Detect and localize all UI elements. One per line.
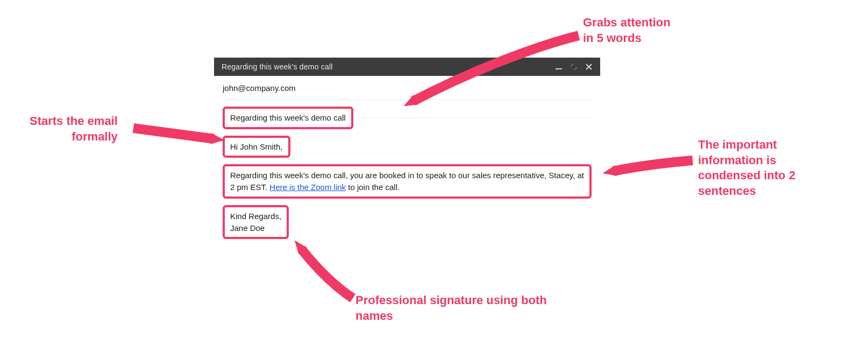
annotation-signature-l1: Professional signature using both: [355, 293, 547, 308]
zoom-link[interactable]: Here is the Zoom link: [269, 182, 346, 192]
annotation-attention: Grabs attention in 5 words: [583, 15, 671, 46]
annotation-formal-l1: Starts the email: [30, 114, 118, 129]
signature-block: Kind Regards, Jane Doe: [223, 205, 289, 240]
compose-title: Regarding this week's demo call: [222, 62, 547, 71]
annotation-condensed-l2: information is: [698, 153, 795, 169]
compose-body: john@company.com Regarding this week's d…: [214, 76, 600, 248]
annotation-condensed-l4: sentences: [698, 184, 795, 199]
diagram-stage: Regarding this week's demo call john@com…: [0, 0, 868, 337]
subject-row: Regarding this week's demo call: [223, 107, 592, 129]
signature-line-2: Jane Doe: [230, 222, 281, 234]
arrow-formal: [133, 128, 214, 139]
body-after-link: to join the call.: [346, 182, 400, 192]
svg-rect-0: [556, 68, 562, 69]
compose-header: Regarding this week's demo call: [214, 58, 600, 76]
minimize-icon[interactable]: [555, 63, 563, 71]
annotation-signature-l2: names: [355, 308, 547, 324]
subject-field[interactable]: Regarding this week's demo call: [223, 107, 353, 129]
expand-icon[interactable]: [570, 63, 578, 71]
annotation-formal-l2: formally: [30, 129, 118, 145]
annotation-condensed: The important information is condensed i…: [698, 137, 795, 199]
arrow-signature: [301, 249, 353, 298]
to-field[interactable]: john@company.com: [223, 81, 592, 100]
close-icon[interactable]: [585, 63, 593, 71]
greeting-text: Hi John Smith,: [223, 136, 290, 158]
compose-window: Regarding this week's demo call john@com…: [214, 58, 600, 248]
annotation-attention-l2: in 5 words: [583, 31, 671, 46]
arrow-condensed: [613, 160, 693, 171]
annotation-signature: Professional signature using both names: [355, 293, 547, 324]
subject-divider: [358, 117, 592, 118]
signature-line-1: Kind Regards,: [230, 210, 281, 222]
body-text: Regarding this week's demo call, you are…: [223, 164, 592, 199]
annotation-formal: Starts the email formally: [30, 114, 118, 144]
annotation-condensed-l3: condensed into 2: [698, 168, 795, 184]
annotation-condensed-l1: The important: [698, 137, 795, 153]
annotation-attention-l1: Grabs attention: [583, 15, 671, 31]
